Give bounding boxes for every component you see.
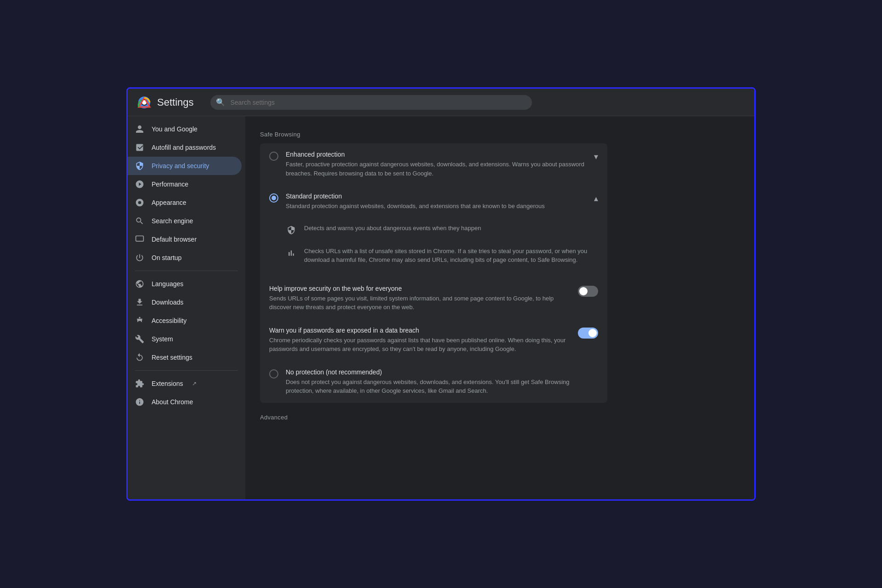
enhanced-protection-row[interactable]: Enhanced protection Faster, proactive pr…: [260, 143, 607, 185]
standard-radio[interactable]: [269, 193, 278, 203]
accessibility-icon: [135, 316, 144, 325]
sub-feature-urls: Checks URLs with a list of unsafe sites …: [286, 241, 598, 270]
sub-text-urls: Checks URLs with a list of unsafe sites …: [304, 247, 598, 265]
standard-desc: Standard protection against websites, do…: [286, 202, 587, 211]
autofill-icon: [135, 143, 144, 152]
advanced-label: Advanced: [260, 407, 607, 426]
sidebar-label-reset: Reset settings: [152, 354, 192, 361]
help-improve-toggle[interactable]: [578, 286, 598, 297]
search-icon: 🔍: [216, 98, 225, 107]
search-input[interactable]: [229, 99, 525, 106]
chrome-logo-icon: [137, 95, 152, 110]
sidebar-item-appearance[interactable]: Appearance: [128, 193, 242, 212]
no-protection-desc: Does not protect you against dangerous w…: [286, 378, 598, 396]
no-protection-radio[interactable]: [269, 369, 278, 379]
sidebar-item-reset[interactable]: Reset settings: [128, 348, 242, 367]
settings-title: Settings: [157, 96, 194, 108]
standard-protection-row[interactable]: Standard protection Standard protection …: [260, 185, 607, 218]
enhanced-title: Enhanced protection: [286, 151, 587, 158]
sidebar-label-accessibility: Accessibility: [152, 317, 187, 324]
sidebar-label-privacy: Privacy and security: [152, 162, 209, 170]
sidebar-item-performance[interactable]: Performance: [128, 175, 242, 193]
extensions-icon: [135, 379, 144, 388]
help-improve-text: Help improve security on the web for eve…: [269, 285, 571, 312]
sub-feature-detect: Detects and warns you about dangerous ev…: [286, 218, 598, 241]
sidebar-item-extensions[interactable]: Extensions ↗: [128, 374, 242, 393]
sidebar-label-default-browser: Default browser: [152, 236, 197, 243]
user-icon: [135, 124, 144, 134]
no-protection-card: No protection (not recommended) Does not…: [260, 361, 607, 403]
sidebar-label-performance: Performance: [152, 181, 188, 188]
enhanced-radio[interactable]: [269, 152, 278, 161]
sub-text-detect: Detects and warns you about dangerous ev…: [304, 224, 481, 233]
sidebar-item-search-engine[interactable]: Search engine: [128, 212, 242, 230]
sidebar-item-privacy[interactable]: Privacy and security: [128, 157, 242, 175]
privacy-icon: [135, 161, 144, 170]
sidebar-label-about: About Chrome: [152, 398, 193, 406]
sidebar-divider-2: [135, 370, 238, 371]
sidebar-item-system[interactable]: System: [128, 330, 242, 348]
appearance-icon: [135, 198, 144, 207]
sidebar-divider-1: [135, 271, 238, 271]
password-breach-desc: Chrome periodically checks your password…: [269, 336, 571, 354]
password-breach-knob: [588, 329, 597, 337]
password-breach-toggle[interactable]: [578, 328, 598, 339]
no-protection-title: No protection (not recommended): [286, 368, 598, 376]
default-browser-icon: [135, 235, 144, 244]
search-engine-icon: [135, 216, 144, 226]
enhanced-protection-card: Enhanced protection Faster, proactive pr…: [260, 143, 607, 185]
bar-chart-icon: [286, 248, 297, 259]
performance-icon: [135, 180, 144, 189]
startup-icon: [135, 253, 144, 262]
enhanced-text: Enhanced protection Faster, proactive pr…: [286, 151, 587, 178]
external-link-icon: ↗: [192, 380, 197, 387]
sidebar-item-default-browser[interactable]: Default browser: [128, 230, 242, 249]
sidebar-label-you-google: You and Google: [152, 125, 198, 133]
option-card-group: Enhanced protection Faster, proactive pr…: [260, 143, 607, 403]
reset-icon: [135, 353, 144, 362]
standard-text: Standard protection Standard protection …: [286, 192, 587, 211]
sidebar-label-downloads: Downloads: [152, 299, 183, 306]
sidebar-item-autofill[interactable]: Autofill and passwords: [128, 138, 242, 157]
help-improve-desc: Sends URLs of some pages you visit, limi…: [269, 294, 571, 312]
system-icon: [135, 334, 144, 344]
search-box[interactable]: 🔍: [210, 95, 532, 110]
standard-title: Standard protection: [286, 192, 587, 200]
standard-protection-card: Standard protection Standard protection …: [260, 185, 607, 277]
header: Settings 🔍: [128, 89, 754, 116]
chrome-window: Settings 🔍 You and Google Autofill and p…: [126, 87, 756, 501]
sidebar-item-languages[interactable]: Languages: [128, 275, 242, 293]
body: You and Google Autofill and passwords Pr…: [128, 116, 754, 499]
sidebar-label-languages: Languages: [152, 280, 183, 288]
password-breach-row: Warn you if passwords are exposed in a d…: [260, 319, 607, 361]
standard-radio-inner: [271, 196, 276, 200]
no-protection-row[interactable]: No protection (not recommended) Does not…: [260, 361, 607, 403]
sidebar-label-extensions: Extensions: [152, 380, 183, 387]
sidebar-item-downloads[interactable]: Downloads: [128, 293, 242, 311]
password-breach-title: Warn you if passwords are exposed in a d…: [269, 327, 571, 334]
svg-point-3: [138, 201, 141, 204]
svg-rect-4: [136, 236, 144, 242]
enhanced-chevron[interactable]: ▾: [594, 152, 598, 162]
no-protection-text: No protection (not recommended) Does not…: [286, 368, 598, 396]
sidebar-label-on-startup: On startup: [152, 254, 181, 261]
sidebar-label-system: System: [152, 335, 173, 343]
shield-detect-icon: [286, 225, 297, 236]
svg-point-5: [139, 317, 140, 318]
standard-expanded: Detects and warns you about dangerous ev…: [260, 218, 607, 277]
sidebar: You and Google Autofill and passwords Pr…: [128, 116, 245, 499]
sidebar-item-about[interactable]: About Chrome: [128, 393, 242, 411]
content-inner: Safe Browsing Enhanced protection Faster…: [245, 116, 622, 437]
sidebar-label-search-engine: Search engine: [152, 217, 193, 225]
sidebar-item-on-startup[interactable]: On startup: [128, 249, 242, 267]
languages-icon: [135, 279, 144, 288]
sidebar-label-autofill: Autofill and passwords: [152, 144, 216, 151]
sidebar-item-you-google[interactable]: You and Google: [128, 120, 242, 138]
section-title: Safe Browsing: [260, 127, 607, 143]
downloads-icon: [135, 298, 144, 307]
about-icon: [135, 397, 144, 407]
sidebar-item-accessibility[interactable]: Accessibility: [128, 311, 242, 330]
standard-chevron[interactable]: ▴: [594, 193, 598, 204]
sidebar-label-appearance: Appearance: [152, 199, 187, 206]
enhanced-desc: Faster, proactive protection against dan…: [286, 160, 587, 178]
